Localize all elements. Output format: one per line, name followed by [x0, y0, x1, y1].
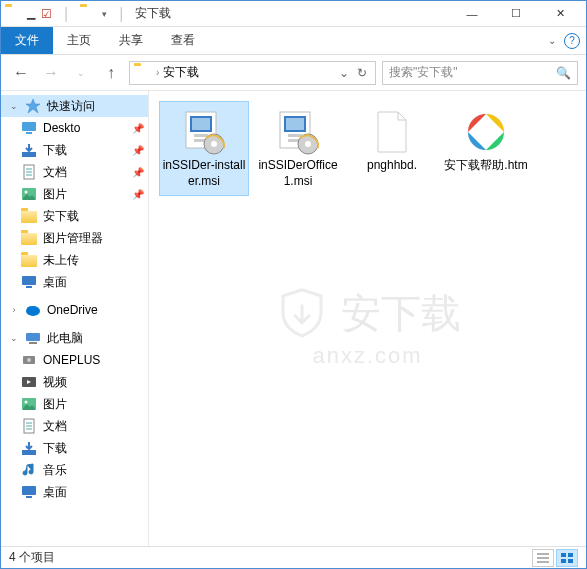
file-thumbnail	[180, 108, 228, 156]
sidebar-item[interactable]: 文档	[1, 415, 148, 437]
pin-icon: 📌	[132, 189, 144, 200]
ribbon-expand-icon[interactable]: ⌄	[548, 35, 556, 46]
file-thumbnail	[368, 108, 416, 156]
svg-rect-28	[26, 496, 32, 498]
sidebar-item[interactable]: 未上传	[1, 249, 148, 271]
separator: |	[119, 5, 123, 23]
tab-file[interactable]: 文件	[1, 27, 53, 54]
file-thumbnail	[462, 108, 510, 156]
sidebar-item[interactable]: 桌面	[1, 271, 148, 293]
sidebar-item[interactable]: ONEPLUS	[1, 349, 148, 371]
qat-dropdown-icon[interactable]: ▾	[102, 9, 107, 19]
svg-point-17	[27, 358, 31, 362]
file-name: inSSIDerOffice1.msi	[256, 158, 340, 189]
svg-rect-38	[286, 118, 304, 130]
status-bar: 4 个项目	[1, 546, 586, 568]
svg-rect-48	[561, 553, 566, 557]
sidebar-item-label: 图片	[43, 186, 67, 203]
title-bar: ▁ ☑ | ▾ | 安下载 — ☐ ✕	[1, 1, 586, 27]
sidebar-group-label: 快速访问	[47, 98, 95, 115]
sidebar-item[interactable]: 下载📌	[1, 139, 148, 161]
sidebar-item-label: 音乐	[43, 462, 67, 479]
qat-item[interactable]: ▁	[27, 7, 35, 20]
folder-icon	[21, 208, 37, 224]
svg-rect-14	[26, 333, 40, 341]
expand-icon[interactable]: ›	[9, 305, 19, 315]
svg-rect-26	[22, 450, 36, 455]
watermark: 安下载 anxz.com	[275, 285, 461, 368]
close-button[interactable]: ✕	[538, 1, 582, 27]
window-title: 安下载	[135, 5, 171, 22]
address-bar[interactable]: › 安下载 ⌄ ↻	[129, 61, 376, 85]
sidebar-item[interactable]: 文档📌	[1, 161, 148, 183]
sidebar-group[interactable]: ⌄快速访问	[1, 95, 148, 117]
quick-access-toolbar: ▁ ☑ | ▾ | 安下载	[5, 5, 171, 23]
qat-check-icon[interactable]: ☑	[41, 7, 52, 21]
navigation-pane[interactable]: ⌄快速访问Deskto📌下载📌文档📌图片📌安下载图片管理器未上传桌面›OneDr…	[1, 91, 149, 546]
file-list-pane[interactable]: inSSIDer-installer.msiinSSIDerOffice1.ms…	[149, 91, 586, 546]
star-icon	[25, 98, 41, 114]
file-item[interactable]: inSSIDer-installer.msi	[159, 101, 249, 196]
sidebar-item-label: 桌面	[43, 484, 67, 501]
forward-button[interactable]: →	[39, 61, 63, 85]
chevron-right-icon[interactable]: ›	[154, 67, 161, 78]
details-view-button[interactable]	[532, 549, 554, 567]
watermark-shield-icon	[275, 286, 329, 340]
sidebar-item-label: 图片	[43, 396, 67, 413]
tab-home[interactable]: 主页	[53, 27, 105, 54]
back-button[interactable]: ←	[9, 61, 33, 85]
sidebar-item-label: 桌面	[43, 274, 67, 291]
watermark-subtext: anxz.com	[312, 342, 422, 368]
tab-view[interactable]: 查看	[157, 27, 209, 54]
up-button[interactable]: ↑	[99, 61, 123, 85]
recent-dropdown[interactable]: ⌄	[69, 61, 93, 85]
svg-rect-27	[22, 486, 36, 495]
svg-rect-32	[194, 134, 208, 137]
sidebar-item[interactable]: 下载	[1, 437, 148, 459]
file-name: pnghhbd.	[367, 158, 417, 174]
minimize-button[interactable]: —	[450, 1, 494, 27]
expand-icon[interactable]: ⌄	[9, 333, 19, 343]
sidebar-group[interactable]: ⌄此电脑	[1, 327, 148, 349]
sidebar-item[interactable]: 图片管理器	[1, 227, 148, 249]
svg-point-35	[211, 141, 217, 147]
sidebar-group[interactable]: ›OneDrive	[1, 299, 148, 321]
file-item[interactable]: 安下载帮助.htm	[441, 101, 531, 196]
icons-view-button[interactable]	[556, 549, 578, 567]
sidebar-item[interactable]: 图片📌	[1, 183, 148, 205]
sidebar-item[interactable]: Deskto📌	[1, 117, 148, 139]
file-item[interactable]: inSSIDerOffice1.msi	[253, 101, 343, 196]
maximize-button[interactable]: ☐	[494, 1, 538, 27]
svg-rect-11	[26, 286, 32, 288]
desktop-icon	[21, 120, 37, 136]
pictures-icon	[21, 186, 37, 202]
svg-rect-49	[568, 553, 573, 557]
expand-icon[interactable]: ⌄	[9, 101, 19, 111]
sidebar-item[interactable]: 桌面	[1, 481, 148, 503]
sidebar-item[interactable]: 图片	[1, 393, 148, 415]
tab-share[interactable]: 共享	[105, 27, 157, 54]
download-icon	[21, 440, 37, 456]
svg-marker-0	[26, 99, 40, 113]
desktop2-icon	[21, 274, 37, 290]
svg-rect-2	[26, 132, 32, 134]
search-input[interactable]: 搜索"安下载" 🔍	[382, 61, 578, 85]
svg-point-42	[305, 141, 311, 147]
music-icon	[21, 462, 37, 478]
sidebar-item-label: 视频	[43, 374, 67, 391]
onedrive-icon	[25, 302, 41, 318]
address-dropdown-icon[interactable]: ⌄	[335, 66, 353, 80]
video-icon	[21, 374, 37, 390]
file-thumbnail	[274, 108, 322, 156]
sidebar-item[interactable]: 音乐	[1, 459, 148, 481]
file-item[interactable]: pnghhbd.	[347, 101, 437, 196]
sidebar-item-label: 文档	[43, 164, 67, 181]
sidebar-item-label: 安下载	[43, 208, 79, 225]
refresh-button[interactable]: ↻	[353, 66, 371, 80]
sidebar-item[interactable]: 安下载	[1, 205, 148, 227]
sidebar-item[interactable]: 视频	[1, 371, 148, 393]
device-icon	[21, 352, 37, 368]
help-icon[interactable]: ?	[564, 33, 580, 49]
breadcrumb-item[interactable]: 安下载	[161, 64, 201, 81]
separator: |	[64, 5, 68, 23]
